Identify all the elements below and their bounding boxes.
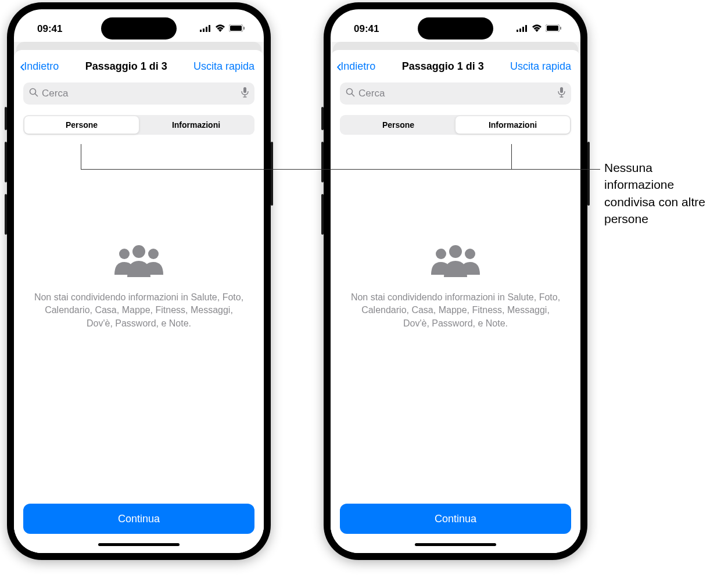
modal-sheet: ‹ Indietro Passaggio 1 di 3 Uscita rapid…	[331, 50, 580, 553]
callout-connector	[81, 169, 600, 170]
dynamic-island	[101, 17, 177, 40]
phone-frame-right: 09:41 ‹ Indietro	[324, 2, 587, 560]
screen: 09:41 ‹ Indietro	[331, 9, 580, 553]
svg-rect-16	[519, 28, 521, 32]
back-button[interactable]: ‹ Indietro	[20, 58, 59, 74]
svg-point-12	[119, 249, 130, 259]
svg-point-14	[148, 249, 159, 259]
silence-switch	[5, 107, 7, 130]
svg-rect-1	[203, 28, 205, 32]
status-icons	[517, 23, 562, 35]
tab-informazioni[interactable]: Informazioni	[139, 116, 253, 134]
svg-rect-21	[560, 27, 561, 30]
home-indicator[interactable]	[415, 543, 496, 546]
phone-frame-left: 09:41 ‹ Indietro	[7, 2, 271, 560]
power-button	[271, 142, 273, 206]
svg-point-28	[449, 245, 462, 258]
battery-icon	[546, 23, 562, 35]
home-indicator[interactable]	[98, 543, 180, 546]
screen: 09:41 ‹ Indietro	[14, 9, 264, 553]
callout-connector	[511, 144, 512, 169]
svg-rect-3	[209, 25, 210, 32]
status-time: 09:41	[354, 23, 379, 35]
empty-state: Non stai condividendo informazioni in Sa…	[14, 141, 264, 504]
segmented-control: Persone Informazioni	[23, 115, 254, 135]
empty-state-text: Non stai condividendo informazioni in Sa…	[31, 291, 246, 330]
empty-state-text: Non stai condividendo informazioni in Sa…	[348, 291, 563, 330]
status-icons	[200, 23, 245, 35]
mic-icon[interactable]	[558, 87, 565, 100]
cellular-icon	[200, 23, 211, 35]
tab-persone[interactable]: Persone	[341, 116, 456, 134]
svg-point-27	[436, 249, 446, 259]
search-placeholder: Cerca	[358, 88, 554, 99]
svg-rect-18	[525, 25, 527, 32]
segmented-control: Persone Informazioni	[340, 115, 571, 135]
people-group-icon	[426, 245, 485, 282]
svg-rect-9	[243, 87, 246, 93]
wifi-icon	[215, 23, 225, 35]
nav-title: Passaggio 1 di 3	[85, 60, 167, 73]
battery-icon	[229, 23, 245, 35]
volume-down	[321, 194, 324, 235]
power-button	[587, 142, 590, 206]
search-icon	[346, 88, 355, 99]
quick-exit-button[interactable]: Uscita rapida	[193, 60, 254, 73]
svg-rect-24	[560, 87, 563, 93]
tab-informazioni[interactable]: Informazioni	[456, 116, 570, 134]
back-label: Indietro	[340, 60, 375, 73]
svg-rect-17	[522, 27, 524, 32]
nav-bar: ‹ Indietro Passaggio 1 di 3 Uscita rapid…	[331, 50, 580, 78]
cellular-icon	[517, 23, 528, 35]
quick-exit-button[interactable]: Uscita rapida	[510, 60, 571, 73]
search-placeholder: Cerca	[42, 88, 238, 99]
status-time: 09:41	[37, 23, 62, 35]
svg-rect-15	[517, 30, 518, 32]
wifi-icon	[532, 23, 542, 35]
svg-rect-5	[230, 26, 242, 31]
search-icon	[29, 88, 38, 99]
volume-up	[5, 142, 7, 182]
svg-line-8	[35, 94, 38, 96]
search-input[interactable]: Cerca	[23, 82, 254, 105]
continue-button[interactable]: Continua	[340, 504, 571, 534]
silence-switch	[321, 107, 324, 130]
modal-backdrop: ‹ Indietro Passaggio 1 di 3 Uscita rapid…	[14, 42, 264, 553]
search-input[interactable]: Cerca	[340, 82, 571, 105]
back-button[interactable]: ‹ Indietro	[336, 58, 375, 74]
back-label: Indietro	[24, 60, 59, 73]
callout-text: Nessuna informazione condivisa con altre…	[604, 159, 720, 228]
dynamic-island	[418, 17, 493, 40]
svg-rect-2	[206, 27, 207, 32]
volume-down	[5, 194, 7, 235]
modal-backdrop: ‹ Indietro Passaggio 1 di 3 Uscita rapid…	[331, 42, 580, 553]
nav-bar: ‹ Indietro Passaggio 1 di 3 Uscita rapid…	[14, 50, 264, 78]
people-group-icon	[110, 245, 168, 282]
callout-connector	[81, 144, 81, 169]
modal-sheet: ‹ Indietro Passaggio 1 di 3 Uscita rapid…	[14, 50, 264, 553]
volume-up	[321, 142, 324, 182]
svg-rect-20	[547, 26, 558, 31]
tab-persone[interactable]: Persone	[24, 116, 139, 134]
empty-state: Non stai condividendo informazioni in Sa…	[331, 141, 580, 504]
svg-line-23	[352, 94, 354, 96]
nav-title: Passaggio 1 di 3	[402, 60, 484, 73]
continue-button[interactable]: Continua	[23, 504, 254, 534]
svg-rect-6	[243, 27, 245, 30]
svg-point-29	[465, 249, 475, 259]
svg-rect-0	[200, 30, 202, 32]
svg-point-13	[132, 245, 145, 258]
mic-icon[interactable]	[241, 87, 249, 100]
